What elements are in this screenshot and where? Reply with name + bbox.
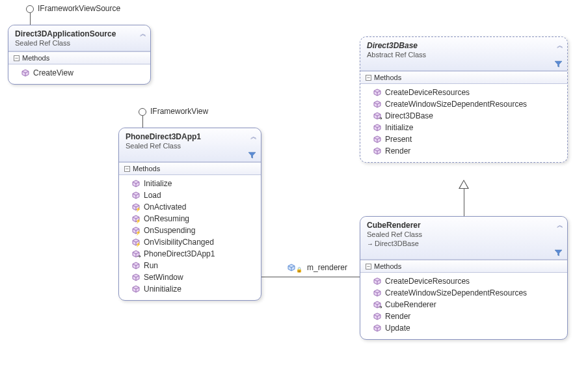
method-createview[interactable]: CreateView	[12, 67, 146, 79]
method-label: CreateDeviceResources	[385, 88, 470, 97]
method-label: Initialize	[385, 123, 413, 132]
class-header: Direct3DApplicationSource Sealed Ref Cla…	[8, 25, 150, 51]
method-onvisibilitychanged[interactable]: ⚡OnVisibilityChanged	[123, 236, 257, 248]
method-render[interactable]: Render	[364, 310, 563, 322]
method-cuberenderer[interactable]: ➜CubeRenderer	[364, 299, 563, 310]
interface-label-iframeworkviewsource: IFrameworkViewSource	[38, 4, 120, 13]
collapse-chevrons-icon[interactable]: ︽	[140, 29, 145, 38]
methods-header[interactable]: − Methods	[360, 71, 567, 84]
method-label: OnVisibilityChanged	[144, 238, 214, 247]
method-label: Initialize	[144, 179, 172, 188]
class-stereotype: Sealed Ref Class	[126, 142, 256, 150]
methods-label: Methods	[374, 74, 401, 81]
method-setwindow[interactable]: SetWindow	[123, 271, 257, 283]
method-initialize[interactable]: Initialize	[364, 122, 563, 133]
collapse-chevrons-icon[interactable]: ︽	[250, 132, 256, 141]
method-icon	[373, 135, 381, 143]
methods-header[interactable]: − Methods	[8, 51, 150, 64]
ctor-badge-icon: ➜	[379, 116, 382, 121]
class-base: →Direct3DBase	[367, 240, 562, 247]
method-createwindowsizedependentresources[interactable]: CreateWindowSizeDependentResources	[364, 287, 563, 299]
method-label: Uninitialize	[144, 284, 181, 294]
method-render[interactable]: Render	[364, 145, 563, 157]
connector-line	[142, 116, 143, 128]
method-initialize[interactable]: Initialize	[123, 178, 257, 189]
filter-icon[interactable]	[555, 61, 562, 68]
method-icon	[21, 69, 29, 77]
method-icon	[132, 273, 140, 281]
event-badge-icon: ⚡	[135, 242, 141, 247]
method-phonedirect3dapp1[interactable]: ➜PhoneDirect3DApp1	[123, 248, 257, 260]
class-name: Direct3DBase	[367, 41, 562, 50]
class-stereotype: Sealed Ref Class	[15, 39, 145, 47]
filter-icon[interactable]	[555, 249, 562, 256]
minus-icon: −	[366, 75, 371, 81]
method-label: PhoneDirect3DApp1	[144, 249, 215, 258]
field-icon	[287, 264, 295, 271]
class-direct3dbase[interactable]: Direct3DBase Abstract Ref Class ︽ − Meth…	[360, 36, 568, 163]
method-label: Render	[385, 146, 410, 156]
svg-marker-45	[555, 61, 562, 67]
class-direct3dapplicationsource[interactable]: Direct3DApplicationSource Sealed Ref Cla…	[8, 25, 151, 85]
method-label: Render	[385, 312, 410, 321]
method-icon	[373, 147, 381, 155]
method-icon	[373, 100, 381, 108]
method-icon	[373, 89, 381, 96]
method-onresuming[interactable]: ⚡OnResuming	[123, 213, 257, 225]
methods-body: CreateDeviceResourcesCreateWindowSizeDep…	[360, 273, 567, 339]
event-badge-icon: ⚡	[135, 207, 141, 212]
class-header: Direct3DBase Abstract Ref Class ︽	[360, 37, 567, 71]
methods-header[interactable]: − Methods	[360, 260, 567, 273]
method-uninitialize[interactable]: Uninitialize	[123, 283, 257, 295]
method-icon: ➜	[132, 250, 140, 258]
minus-icon: −	[124, 166, 130, 172]
method-label: SetWindow	[144, 273, 183, 282]
filter-icon[interactable]	[248, 152, 256, 159]
ctor-badge-icon: ➜	[137, 254, 141, 259]
collapse-chevrons-icon[interactable]: ︽	[557, 41, 562, 50]
method-icon	[373, 289, 381, 297]
method-label: OnResuming	[144, 214, 189, 223]
method-run[interactable]: Run	[123, 260, 257, 271]
method-icon	[132, 285, 140, 293]
methods-header[interactable]: − Methods	[119, 162, 261, 175]
lock-icon: 🔒	[296, 267, 302, 273]
method-update[interactable]: Update	[364, 322, 563, 334]
method-label: Update	[385, 324, 410, 333]
method-label: OnActivated	[144, 202, 186, 212]
methods-label: Methods	[133, 165, 160, 172]
method-icon	[373, 277, 381, 285]
method-createwindowsizedependentresources[interactable]: CreateWindowSizeDependentResources	[364, 98, 563, 110]
base-arrow-icon: →	[367, 240, 373, 247]
inheritance-connector	[464, 189, 464, 216]
method-direct3dbase[interactable]: ➜Direct3DBase	[364, 110, 563, 122]
method-label: CreateWindowSizeDependentResources	[385, 100, 527, 109]
method-createdeviceresources[interactable]: CreateDeviceResources	[364, 275, 563, 287]
class-name: CubeRenderer	[367, 221, 562, 230]
collapse-chevrons-icon[interactable]: ︽	[557, 221, 562, 230]
method-icon	[373, 312, 381, 320]
method-icon: ⚡	[132, 203, 140, 211]
minus-icon: −	[366, 264, 371, 269]
connector-line	[30, 13, 31, 25]
methods-body: CreateDeviceResourcesCreateWindowSizeDep…	[360, 84, 567, 162]
method-label: Present	[385, 135, 412, 144]
method-onactivated[interactable]: ⚡OnActivated	[123, 201, 257, 213]
class-stereotype: Abstract Ref Class	[367, 51, 562, 59]
svg-marker-70	[555, 250, 562, 256]
method-load[interactable]: Load	[123, 189, 257, 201]
method-onsuspending[interactable]: ⚡OnSuspending	[123, 225, 257, 236]
methods-body: InitializeLoad⚡OnActivated⚡OnResuming⚡On…	[119, 175, 261, 300]
class-header: PhoneDirect3DApp1 Sealed Ref Class ︽	[119, 128, 261, 162]
class-phonedirect3dapp1[interactable]: PhoneDirect3DApp1 Sealed Ref Class ︽ − M…	[118, 128, 261, 301]
method-present[interactable]: Present	[364, 133, 563, 145]
method-icon: ⚡	[132, 238, 140, 246]
interface-label-iframeworkview: IFrameworkView	[150, 107, 208, 116]
method-label: Load	[144, 191, 161, 200]
class-cuberenderer[interactable]: CubeRenderer Sealed Ref Class →Direct3DB…	[360, 216, 568, 340]
method-icon	[132, 262, 140, 269]
method-label: OnSuspending	[144, 226, 195, 235]
event-badge-icon: ⚡	[135, 219, 141, 224]
method-label: CreateWindowSizeDependentResources	[385, 288, 527, 297]
method-createdeviceresources[interactable]: CreateDeviceResources	[364, 87, 563, 98]
